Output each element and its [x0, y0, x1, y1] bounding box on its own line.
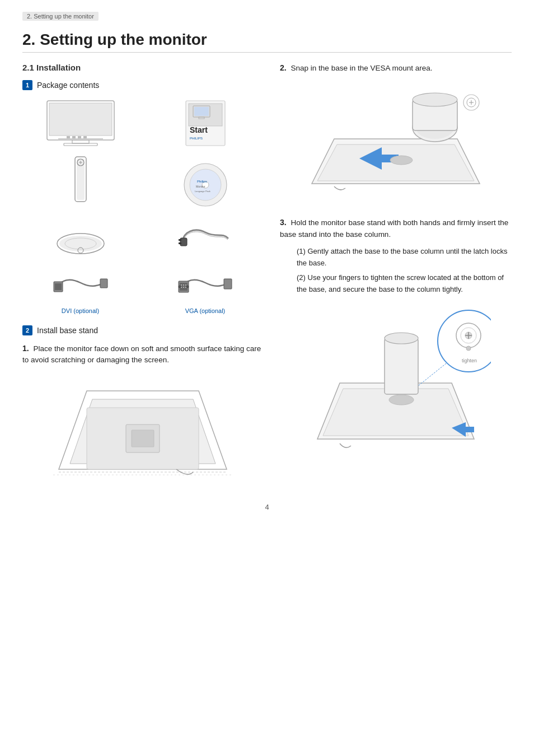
- svg-point-60: [413, 93, 457, 106]
- step3-text: Hold the monitor base stand with both ha…: [280, 218, 508, 238]
- package-grid: Start PHILIPS: [22, 98, 263, 314]
- quickstart-icon: Start PHILIPS: [177, 98, 233, 148]
- install-base-label: 2 Install base stand: [22, 325, 263, 335]
- svg-point-42: [181, 287, 182, 288]
- right-column: 2. Snap in the base in the VESA mount ar…: [280, 63, 512, 461]
- item-monitor: [22, 98, 138, 148]
- svg-text:Language Pack: Language Pack: [195, 190, 210, 193]
- monitor-icon: [41, 98, 120, 148]
- svg-rect-52: [132, 430, 154, 447]
- svg-rect-33: [179, 242, 181, 244]
- substep-2: (2) Use your fingers to tighten the scre…: [297, 272, 512, 296]
- svg-rect-36: [100, 279, 107, 288]
- svg-point-71: [389, 395, 414, 405]
- section-installation: 2.1 Installation: [22, 63, 263, 72]
- package-contents-label: 1 Package contents: [22, 80, 263, 90]
- svg-rect-6: [72, 136, 76, 138]
- svg-rect-5: [67, 136, 70, 138]
- power-cable-icon: [177, 221, 233, 260]
- badge-1: 1: [22, 80, 32, 90]
- stand-column-icon: [58, 154, 103, 210]
- svg-rect-8: [83, 136, 87, 138]
- left-column: 2.1 Installation 1 Package contents: [22, 63, 263, 486]
- svg-point-39: [181, 284, 182, 286]
- svg-point-43: [183, 287, 184, 288]
- cd-icon: Philips Monitor Language Pack: [180, 160, 231, 210]
- svg-rect-1: [49, 103, 112, 136]
- base-icon: [53, 216, 109, 260]
- svg-rect-4: [58, 138, 103, 140]
- item-dvi: DVI (optional): [22, 266, 138, 314]
- svg-point-41: [185, 284, 186, 286]
- face-down-illustration: [22, 374, 263, 486]
- step-1: 1. Place the monitor face down on soft a…: [22, 343, 263, 366]
- svg-text:PHILIPS: PHILIPS: [190, 137, 203, 140]
- page-number: 4: [22, 503, 512, 511]
- item-base: [22, 216, 138, 260]
- item-quickstart: Start PHILIPS: [147, 98, 263, 148]
- svg-text:Start: Start: [190, 125, 208, 134]
- item-power-cable: [147, 216, 263, 260]
- base-stand-illustration: tighten: [280, 305, 512, 461]
- svg-text:Philips: Philips: [197, 180, 207, 183]
- svg-rect-35: [55, 283, 62, 290]
- step1-text: Place the monitor face down on soft and …: [22, 344, 261, 364]
- breadcrumb: 2. Setting up the monitor: [22, 12, 99, 21]
- svg-point-79: [466, 346, 471, 351]
- item-cd: Philips Monitor Language Pack: [147, 154, 263, 210]
- svg-rect-32: [179, 239, 181, 241]
- svg-text:tighten: tighten: [462, 358, 477, 363]
- svg-point-40: [183, 284, 184, 286]
- badge-2: 2: [22, 325, 32, 335]
- svg-text:Monitor: Monitor: [196, 185, 205, 188]
- snap-base-svg: [301, 83, 491, 206]
- dvi-label: DVI (optional): [62, 307, 99, 314]
- svg-point-46: [179, 286, 181, 288]
- item-vga: VGA (optional): [147, 266, 263, 314]
- svg-point-70: [385, 333, 418, 344]
- svg-rect-69: [385, 338, 418, 394]
- svg-point-47: [186, 286, 189, 288]
- title-divider: [22, 52, 512, 53]
- face-down-svg: [42, 374, 243, 486]
- svg-rect-3: [64, 143, 97, 146]
- substep-1: (1) Gently attach the base to the base c…: [297, 246, 512, 269]
- snap-base-illustration: [280, 83, 512, 206]
- svg-point-66: [390, 156, 413, 165]
- svg-rect-7: [78, 136, 81, 138]
- step-3: 3. Hold the monitor base stand with both…: [280, 217, 512, 240]
- svg-rect-2: [72, 140, 89, 143]
- base-stand-svg: tighten: [301, 305, 491, 461]
- item-stand-column: [22, 154, 138, 210]
- svg-rect-12: [194, 107, 209, 116]
- dvi-icon: [53, 266, 109, 305]
- step2-text: Snap in the base in the VESA mount area.: [291, 64, 433, 72]
- step-2: 2. Snap in the base in the VESA mount ar…: [280, 63, 512, 74]
- vga-label: VGA (optional): [185, 307, 226, 314]
- vga-icon: [177, 266, 233, 305]
- svg-rect-45: [224, 279, 232, 289]
- page-title: 2. Setting up the monitor: [22, 31, 512, 49]
- svg-line-81: [418, 363, 446, 386]
- svg-point-44: [185, 287, 186, 288]
